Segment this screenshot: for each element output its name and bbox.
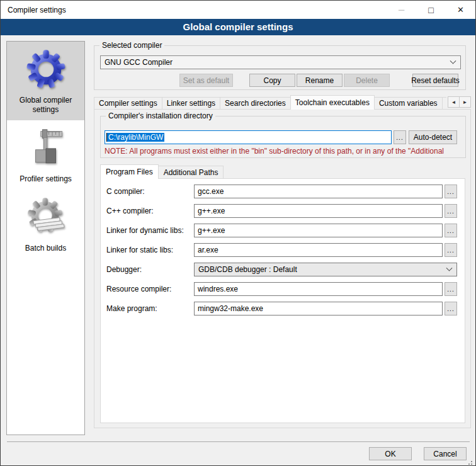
dynamic-linker-input[interactable]: g++.exe [194,224,443,237]
settings-tabbar: Compiler settings Linker settings Search… [94,95,446,110]
tab-custom-variables[interactable]: Custom variables [374,97,443,110]
batch-builds-gear-icon [24,196,68,238]
group-legend: Selected compiler [99,41,164,50]
field-row-cpp-compiler: C++ compiler: g++.exe ... [106,204,457,218]
auto-detect-button[interactable]: Auto-detect [409,130,457,144]
field-row-static-linker: Linker for static libs: ar.exe ... [106,243,457,257]
compiler-buttons-row: Set as default Copy Rename Delete Reset … [179,74,458,87]
window-title: Compiler settings [1,6,66,14]
field-row-c-compiler: C compiler: gcc.exe ... [106,185,457,198]
sidebar-item-batch-builds[interactable]: Batch builds [7,190,84,259]
cpp-compiler-browse-button[interactable]: ... [445,204,457,218]
directory-selected-text: C:\raylib\MinGW [107,133,164,142]
footer-divider [7,441,470,442]
window-titlebar: Compiler settings ─ □ ✕ [1,1,475,19]
debugger-select[interactable]: GDB/CDB debugger : Default [194,263,457,276]
dynamic-linker-browse-button[interactable]: ... [445,224,457,237]
program-files-page: C compiler: gcc.exe ... C++ compiler: g+… [100,178,465,423]
field-label: Linker for static libs: [106,246,194,254]
field-value: ar.exe [198,246,218,254]
tab-build-options-clipped[interactable]: Builc [442,97,446,110]
debugger-select-value: GDB/CDB debugger : Default [198,265,297,274]
static-linker-browse-button[interactable]: ... [445,243,457,257]
sidebar-item-label: Batch builds [25,244,66,253]
field-row-dynamic-linker: Linker for dynamic libs: g++.exe ... [106,224,457,237]
reset-defaults-button[interactable]: Reset defaults [412,74,458,87]
chevron-down-icon [450,57,456,64]
tab-search-directories[interactable]: Search directories [220,97,291,110]
tab-toolchain-executables[interactable]: Toolchain executables [290,95,375,110]
sidebar-item-global-compiler-settings[interactable]: Global compiler settings [7,42,84,120]
resource-compiler-input[interactable]: windres.exe [194,282,443,296]
set-as-default-button[interactable]: Set as default [179,74,233,87]
caliper-icon [24,127,68,169]
static-linker-input[interactable]: ar.exe [194,243,443,257]
field-value: g++.exe [198,207,225,215]
close-icon[interactable]: ✕ [446,1,475,19]
program-files-tabbar: Program Files Additional Paths [100,164,223,179]
resource-compiler-browse-button[interactable]: ... [445,282,457,296]
sidebar-item-label: Global compiler settings [9,96,82,115]
sidebar-item-label: Profiler settings [20,174,72,184]
installation-directory-row: C:\raylib\MinGW ... Auto-detect [105,130,457,144]
tab-scroll-right-icon[interactable]: ► [459,96,471,108]
delete-button[interactable]: Delete [344,74,390,87]
c-compiler-browse-button[interactable]: ... [445,185,457,198]
field-row-debugger: Debugger: GDB/CDB debugger : Default [106,263,457,276]
installation-directory-input[interactable]: C:\raylib\MinGW [105,130,392,144]
toolchain-executables-panel: Compiler's installation directory C:\ray… [94,109,471,428]
blue-gear-icon [24,48,68,90]
make-program-browse-button[interactable]: ... [445,302,457,315]
window-controls: ─ □ ✕ [387,1,475,19]
resize-grip-icon[interactable] [471,461,472,462]
compiler-settings-dialog: Compiler settings ─ □ ✕ Global compiler … [0,0,476,466]
tab-scroll-left-icon[interactable]: ◄ [448,96,460,108]
sidebar-item-profiler-settings[interactable]: Profiler settings [7,120,84,190]
make-program-input[interactable]: mingw32-make.exe [194,302,443,315]
field-label: C compiler: [106,187,194,196]
rename-button[interactable]: Rename [297,74,343,87]
selected-compiler-group: Selected compiler GNU GCC Compiler Set a… [94,45,466,90]
tab-compiler-settings[interactable]: Compiler settings [94,97,162,110]
c-compiler-input[interactable]: gcc.exe [194,185,443,198]
main-panel: Selected compiler GNU GCC Compiler Set a… [94,41,472,435]
settings-sidebar: Global compiler settings Profiler settin… [6,41,85,435]
field-label: Make program: [106,304,194,313]
page-title: Global compiler settings [1,19,475,35]
field-value: gcc.exe [198,187,224,196]
cancel-button[interactable]: Cancel [424,447,467,460]
chevron-down-icon [446,264,453,271]
maximize-icon[interactable]: □ [416,1,446,19]
tab-additional-paths[interactable]: Additional Paths [158,166,224,179]
field-row-make-program: Make program: mingw32-make.exe ... [106,302,457,315]
field-value: mingw32-make.exe [198,304,263,313]
field-value: g++.exe [198,226,225,235]
field-label: Linker for dynamic libs: [106,226,194,235]
copy-button[interactable]: Copy [249,74,295,87]
ok-button[interactable]: OK [369,447,412,460]
field-label: Debugger: [106,265,194,274]
field-label: C++ compiler: [106,207,194,215]
installation-directory-group: Compiler's installation directory C:\ray… [100,116,466,158]
directory-browse-button[interactable]: ... [394,130,406,144]
tab-linker-settings[interactable]: Linker settings [162,97,220,110]
tab-program-files[interactable]: Program Files [100,164,159,179]
compiler-select[interactable]: GNU GCC Compiler [100,55,461,69]
field-value: windres.exe [198,285,238,293]
field-row-resource-compiler: Resource compiler: windres.exe ... [106,282,457,296]
group-legend: Compiler's installation directory [106,111,215,120]
tab-scroll-arrows: ◄ ► [448,96,471,108]
bin-subdirectory-note: NOTE: All programs must exist either in … [105,147,462,156]
minimize-icon[interactable]: ─ [387,1,416,19]
cpp-compiler-input[interactable]: g++.exe [194,204,443,218]
field-label: Resource compiler: [106,285,194,293]
compiler-select-value: GNU GCC Compiler [105,58,173,67]
